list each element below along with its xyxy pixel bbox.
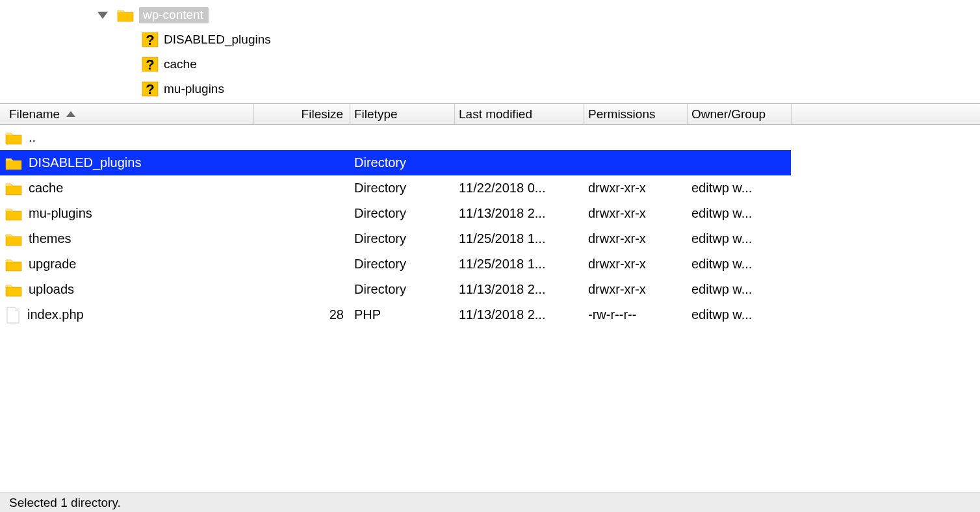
tree-item-label: mu-plugins <box>164 82 224 96</box>
cell-own: editwp w... <box>688 206 791 221</box>
cell-perm: -rw-r--r-- <box>584 307 688 322</box>
tree-item-label: cache <box>164 57 197 71</box>
question-file-icon: ? <box>142 32 159 47</box>
tree-item[interactable]: ? DISABLED_plugins <box>0 27 980 52</box>
column-permissions[interactable]: Permissions <box>584 104 688 124</box>
cell-filename: DISABLED_plugins <box>0 155 254 170</box>
cell-perm: drwxr-xr-x <box>584 257 688 272</box>
table-row[interactable]: .. <box>0 125 791 150</box>
sort-ascending-icon <box>66 111 75 117</box>
cell-perm: drwxr-xr-x <box>584 206 688 221</box>
column-header: Filename Filesize Filetype Last modified… <box>0 104 980 125</box>
cell-type: Directory <box>350 181 455 196</box>
svg-text:?: ? <box>146 81 154 97</box>
filename-text: upgrade <box>29 257 76 272</box>
file-icon <box>5 307 21 324</box>
cell-own: editwp w... <box>688 282 791 297</box>
status-bar: Selected 1 directory. <box>0 493 980 512</box>
cell-filename: upgrade <box>0 257 254 272</box>
filename-text: uploads <box>29 282 74 297</box>
cell-type: PHP <box>350 307 455 322</box>
folder-icon <box>117 8 134 22</box>
cell-mod: 11/25/2018 1... <box>455 231 584 246</box>
cell-mod: 11/25/2018 1... <box>455 257 584 272</box>
cell-own: editwp w... <box>688 181 791 196</box>
question-file-icon: ? <box>142 57 159 72</box>
cell-perm: drwxr-xr-x <box>584 231 688 246</box>
file-list: ..DISABLED_pluginsDirectorycacheDirector… <box>0 125 980 493</box>
filename-text: DISABLED_plugins <box>29 155 141 170</box>
cell-mod: 11/13/2018 2... <box>455 282 584 297</box>
cell-own: editwp w... <box>688 231 791 246</box>
cell-own: editwp w... <box>688 307 791 322</box>
table-row[interactable]: uploadsDirectory11/13/2018 2...drwxr-xr-… <box>0 277 791 302</box>
folder-icon <box>5 283 22 297</box>
tree-item[interactable]: ? mu-plugins <box>0 77 980 101</box>
column-label: Filetype <box>354 107 398 122</box>
folder-icon <box>5 232 22 246</box>
tree-pane: wp-content ? DISABLED_plugins ? cache ? … <box>0 0 980 104</box>
cell-mod: 11/13/2018 2... <box>455 307 584 322</box>
cell-mod: 11/22/2018 0... <box>455 181 584 196</box>
cell-filename: mu-plugins <box>0 206 254 221</box>
column-filetype[interactable]: Filetype <box>350 104 455 124</box>
filename-text: cache <box>29 181 63 196</box>
chevron-down-icon[interactable] <box>97 12 108 19</box>
svg-text:?: ? <box>146 57 154 72</box>
cell-type: Directory <box>350 155 455 170</box>
filename-text: themes <box>29 231 71 246</box>
cell-type: Directory <box>350 206 455 221</box>
column-label: Filename <box>9 107 60 122</box>
folder-icon <box>5 156 22 170</box>
cell-type: Directory <box>350 257 455 272</box>
cell-type: Directory <box>350 231 455 246</box>
cell-filename: index.php <box>0 307 254 324</box>
cell-perm: drwxr-xr-x <box>584 282 688 297</box>
table-row[interactable]: mu-pluginsDirectory11/13/2018 2...drwxr-… <box>0 201 791 226</box>
cell-filename: .. <box>0 130 254 145</box>
table-row[interactable]: themesDirectory11/25/2018 1...drwxr-xr-x… <box>0 226 791 251</box>
filename-text: .. <box>29 130 36 145</box>
cell-perm: drwxr-xr-x <box>584 181 688 196</box>
cell-mod: 11/13/2018 2... <box>455 206 584 221</box>
table-row[interactable]: cacheDirectory11/22/2018 0...drwxr-xr-xe… <box>0 175 791 201</box>
tree-item[interactable]: ? cache <box>0 52 980 77</box>
column-label: Last modified <box>459 107 532 122</box>
column-filename[interactable]: Filename <box>0 104 254 124</box>
column-last-modified[interactable]: Last modified <box>455 104 584 124</box>
column-filesize[interactable]: Filesize <box>254 104 350 124</box>
tree-item-label: DISABLED_plugins <box>164 32 271 47</box>
cell-own: editwp w... <box>688 257 791 272</box>
column-owner-group[interactable]: Owner/Group <box>688 104 792 124</box>
cell-filename: themes <box>0 231 254 246</box>
tree-item-root[interactable]: wp-content <box>0 3 980 27</box>
column-label: Owner/Group <box>691 107 766 122</box>
filename-text: mu-plugins <box>29 206 92 221</box>
table-row[interactable]: upgradeDirectory11/25/2018 1...drwxr-xr-… <box>0 251 791 277</box>
folder-icon <box>5 207 22 221</box>
cell-filename: uploads <box>0 282 254 297</box>
status-text: Selected 1 directory. <box>9 496 121 510</box>
folder-icon <box>5 257 22 272</box>
cell-size: 28 <box>254 307 350 322</box>
question-file-icon: ? <box>142 81 159 97</box>
cell-type: Directory <box>350 282 455 297</box>
table-row[interactable]: DISABLED_pluginsDirectory <box>0 150 791 175</box>
tree-item-label: wp-content <box>139 7 209 23</box>
table-row[interactable]: index.php28PHP11/13/2018 2...-rw-r--r--e… <box>0 302 791 327</box>
folder-icon <box>5 181 22 196</box>
column-label: Permissions <box>588 107 655 122</box>
cell-filename: cache <box>0 181 254 196</box>
filename-text: index.php <box>27 307 84 322</box>
column-label: Filesize <box>302 107 343 122</box>
folder-icon <box>5 131 22 145</box>
svg-text:?: ? <box>146 32 154 47</box>
